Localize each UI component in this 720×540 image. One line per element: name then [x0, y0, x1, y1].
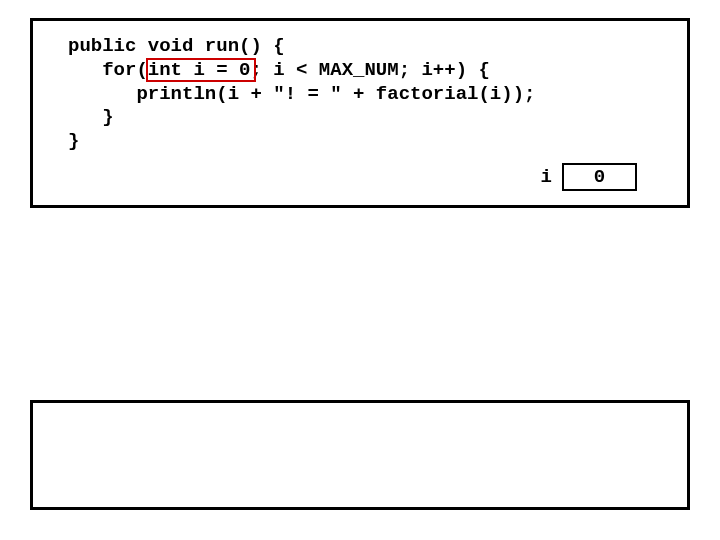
- variable-display: i 0: [541, 163, 637, 191]
- code-panel: public void run() { for(int i = 0; i < M…: [30, 18, 690, 208]
- variable-value: 0: [594, 166, 605, 188]
- code-line-3: println(i + "! = " + factorial(i));: [68, 83, 652, 107]
- code-line-5: }: [68, 130, 652, 154]
- code-line-2: for(int i = 0; i < MAX_NUM; i++) {: [68, 59, 652, 83]
- variable-name: i: [541, 166, 552, 188]
- output-panel: [30, 400, 690, 510]
- code-line-4: }: [68, 106, 652, 130]
- variable-value-box: 0: [562, 163, 637, 191]
- code-line-1: public void run() {: [68, 35, 652, 59]
